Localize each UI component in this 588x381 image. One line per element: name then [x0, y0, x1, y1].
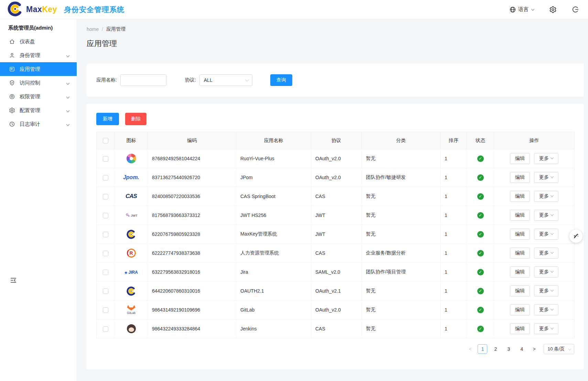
more-button[interactable]: 更多 — [534, 172, 558, 183]
app-protocol: OAuth_v2.0 — [311, 301, 362, 319]
edit-button[interactable]: 编辑 — [510, 210, 530, 221]
chevron-down-icon — [66, 95, 70, 98]
add-button[interactable]: 新增 — [96, 113, 119, 125]
edit-button[interactable]: 编辑 — [510, 191, 530, 202]
row-checkbox[interactable] — [103, 175, 108, 181]
sidebar-item-audit[interactable]: 日志审计 — [0, 117, 77, 131]
edit-button[interactable]: 编辑 — [510, 172, 530, 183]
sidebar-item-permission[interactable]: 权限管理 — [0, 90, 77, 104]
page-title: 应用管理 — [87, 39, 584, 49]
status-enabled-icon: ✓ — [477, 326, 484, 332]
table-header-row: 图标编码应用名称协议分类排序状态操作 — [97, 132, 575, 149]
app-category: 暂无 — [362, 301, 440, 319]
sidebar-item-access[interactable]: 访问控制 — [0, 76, 77, 90]
app-icon-cas: CAS — [126, 193, 137, 199]
app-code: 817568793663373312 — [148, 206, 236, 225]
table-row: 986432249333284864 Jenkins CAS 暂无 1 ✓ 编辑… — [97, 319, 575, 338]
app-protocol: CAS — [311, 319, 362, 338]
app-category: 团队协作/项目管理 — [362, 263, 440, 282]
more-button[interactable]: 更多 — [534, 304, 558, 315]
brand-name: MaxKey — [26, 5, 57, 14]
app-icon — [9, 66, 15, 72]
page-size-select[interactable]: 10 条/页 — [544, 344, 574, 354]
app-sort: 1 — [440, 263, 467, 282]
row-checkbox[interactable] — [103, 251, 108, 256]
row-checkbox[interactable] — [103, 213, 108, 218]
more-button[interactable]: 更多 — [534, 285, 558, 296]
main-content: home / 应用管理 应用管理 应用名称: 协议: ALL 查询 新增 删除 … — [77, 19, 588, 381]
sidebar-item-label: 仪表盘 — [20, 39, 70, 45]
brand-max: Max — [26, 5, 42, 14]
sidebar-item-identity[interactable]: 身份管理 — [0, 48, 77, 62]
prev-page-button[interactable]: < — [466, 346, 474, 352]
app-protocol: CAS — [311, 187, 362, 206]
sidebar-item-config[interactable]: 配置管理 — [0, 104, 77, 117]
next-page-button[interactable]: > — [530, 346, 538, 352]
table-row: 622076759805923328 MaxKey管理系统 JWT 暂无 1 ✓… — [97, 225, 575, 244]
more-button[interactable]: 更多 — [534, 229, 558, 240]
chevron-down-icon — [568, 347, 571, 350]
edit-button[interactable]: 编辑 — [510, 323, 530, 334]
app-icon-jpom: Jpom. — [123, 174, 139, 180]
page-number-4[interactable]: 4 — [517, 344, 526, 354]
page-number-1[interactable]: 1 — [478, 344, 487, 354]
sidebar: 系统管理员(admin) 仪表盘 身份管理 应用管理 访问控制 权限管理 配置管… — [0, 19, 77, 381]
app-sort: 1 — [440, 244, 467, 263]
row-checkbox[interactable] — [103, 194, 108, 199]
protocol-select[interactable]: ALL — [199, 74, 252, 86]
more-button[interactable]: 更多 — [534, 210, 558, 221]
edit-button[interactable]: 编辑 — [510, 266, 530, 277]
chevron-down-icon — [531, 7, 535, 11]
more-button[interactable]: 更多 — [534, 323, 558, 334]
app-sort: 1 — [440, 319, 467, 338]
app-category: 暂无 — [362, 319, 440, 338]
home-icon — [9, 39, 15, 45]
edit-button[interactable]: 编辑 — [510, 153, 530, 164]
row-checkbox[interactable] — [103, 307, 108, 313]
status-enabled-icon: ✓ — [477, 212, 484, 219]
app-sort: 1 — [440, 149, 467, 168]
row-checkbox[interactable] — [103, 289, 108, 294]
magic-wand-button[interactable] — [569, 230, 582, 243]
select-all-checkbox[interactable] — [103, 138, 108, 143]
edit-button[interactable]: 编辑 — [510, 248, 530, 259]
delete-button[interactable]: 删除 — [125, 113, 146, 125]
logout-button[interactable] — [572, 6, 579, 13]
sidebar-item-dashboard[interactable]: 仪表盘 — [0, 35, 77, 48]
table-row: CAS 824008507220033536 CAS SpringBoot CA… — [97, 187, 575, 206]
app-category: 暂无 — [362, 225, 440, 244]
breadcrumb-current: 应用管理 — [106, 26, 126, 32]
more-button[interactable]: 更多 — [534, 153, 558, 164]
column-header: 协议 — [311, 132, 362, 149]
language-menu[interactable]: 语言 — [509, 6, 534, 13]
edit-button[interactable]: 编辑 — [510, 229, 530, 240]
more-button[interactable]: 更多 — [534, 266, 558, 277]
query-button[interactable]: 查询 — [270, 74, 292, 86]
edit-button[interactable]: 编辑 — [510, 304, 530, 315]
row-checkbox[interactable] — [103, 270, 108, 275]
page-number-3[interactable]: 3 — [504, 344, 513, 354]
row-checkbox[interactable] — [103, 232, 108, 237]
settings-gear-button[interactable] — [549, 6, 557, 13]
protocol-label: 协议: — [185, 77, 196, 83]
header-checkbox-cell — [97, 132, 115, 149]
table-row: R 622227747938373638 人力资源管理系统 CAS 企业服务/数… — [97, 244, 575, 263]
row-checkbox[interactable] — [103, 156, 108, 162]
app-category: 团队协作/敏捷研发 — [362, 168, 440, 187]
app-name: Jenkins — [236, 319, 311, 338]
app-protocol: JWT — [311, 225, 362, 244]
chevron-down-icon — [66, 109, 70, 112]
more-button[interactable]: 更多 — [534, 248, 558, 259]
app-name: 人力资源管理系统 — [236, 244, 311, 263]
sidebar-item-apps[interactable]: 应用管理 — [0, 62, 77, 76]
app-code: 622227747938373638 — [148, 244, 236, 263]
page-number-2[interactable]: 2 — [491, 344, 500, 354]
menu-fold-icon[interactable] — [10, 276, 17, 284]
more-button[interactable]: 更多 — [534, 191, 558, 202]
breadcrumb-home-link[interactable]: home — [87, 26, 99, 32]
edit-button[interactable]: 编辑 — [510, 285, 530, 296]
app-name-input[interactable] — [120, 74, 166, 86]
column-header: 分类 — [362, 132, 440, 149]
user-icon — [9, 52, 15, 58]
row-checkbox[interactable] — [103, 326, 108, 332]
